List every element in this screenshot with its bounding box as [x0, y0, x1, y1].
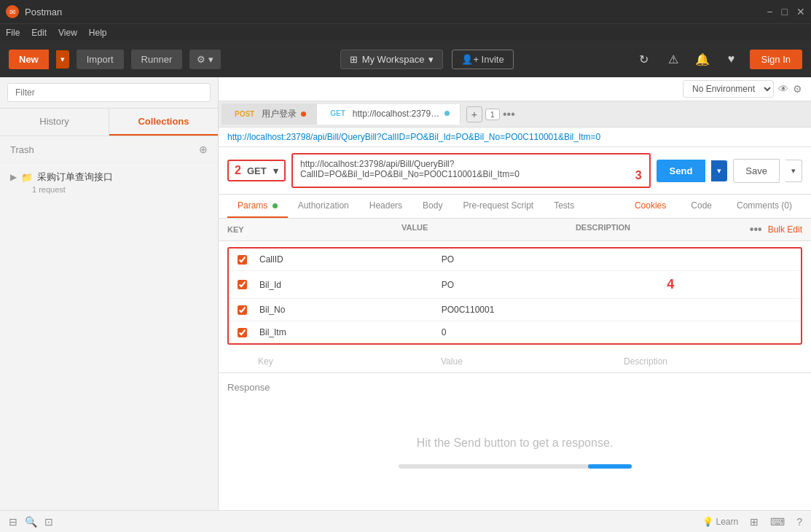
- row4-key[interactable]: Bil_Itm: [255, 321, 437, 343]
- invite-button[interactable]: 👤+ Invite: [452, 50, 513, 69]
- tab-tests[interactable]: Tests: [544, 195, 584, 218]
- sign-in-button[interactable]: Sign In: [750, 50, 802, 69]
- content-area: No Environment 👁 ⚙ POST 用户登录 GET http://…: [219, 77, 811, 510]
- row2-checkbox[interactable]: [238, 280, 247, 289]
- tab-headers[interactable]: Headers: [359, 195, 412, 218]
- method-dropdown-icon: ▾: [273, 165, 278, 176]
- row1-checkbox-cell: [229, 249, 255, 270]
- eye-button[interactable]: 👁: [778, 83, 788, 95]
- menu-help[interactable]: Help: [89, 28, 107, 38]
- environment-selector[interactable]: No Environment: [683, 80, 774, 98]
- new-value-placeholder[interactable]: Value: [436, 351, 619, 372]
- sidebar-tab-collections[interactable]: Collections: [109, 109, 218, 136]
- workspace-dropdown-icon: ▾: [428, 54, 434, 65]
- add-tab-button[interactable]: +: [466, 106, 482, 122]
- search-icon[interactable]: 🔍: [25, 516, 37, 528]
- help-icon[interactable]: ?: [796, 516, 802, 528]
- import-button[interactable]: Import: [77, 50, 124, 69]
- row4-desc[interactable]: [619, 326, 801, 338]
- heart-button[interactable]: ♥: [721, 48, 743, 70]
- collection-label: 采购订单查询接口: [37, 171, 113, 184]
- trash-item[interactable]: Trash ⊕: [0, 136, 218, 163]
- tab-get[interactable]: GET http://localhost:23798/api/Bill/: [317, 104, 461, 125]
- folder-icon: 📁: [21, 172, 33, 183]
- close-button[interactable]: ✕: [796, 6, 805, 17]
- layout-icon[interactable]: ⊟: [9, 516, 17, 528]
- bottom-right: 💡 Learn ⊞ ⌨ ?: [702, 516, 803, 528]
- more-options-icon[interactable]: •••: [750, 223, 762, 236]
- save-button[interactable]: Save: [733, 159, 780, 183]
- console-icon[interactable]: ⊡: [44, 516, 53, 528]
- row4-value[interactable]: 0: [437, 321, 619, 343]
- grid-icon[interactable]: ⊞: [750, 516, 759, 528]
- row3-value[interactable]: PO0C110001: [437, 299, 619, 321]
- sync-button[interactable]: ↻: [633, 48, 655, 70]
- cookies-link[interactable]: Cookies: [624, 195, 676, 218]
- maximize-button[interactable]: □: [782, 6, 788, 17]
- bulk-edit-button[interactable]: Bulk Edit: [768, 224, 802, 235]
- menu-edit[interactable]: Edit: [31, 28, 47, 38]
- response-area: Response Hit the Send button to get a re…: [219, 372, 811, 477]
- menu-file[interactable]: File: [6, 28, 20, 38]
- row1-key[interactable]: CallID: [255, 249, 437, 270]
- method-selector[interactable]: 2 GET ▾: [227, 160, 286, 181]
- tools-button[interactable]: ⚙ ▾: [189, 50, 221, 69]
- new-dropdown-button[interactable]: ▾: [56, 50, 69, 69]
- comments-link[interactable]: Comments (0): [726, 195, 802, 218]
- app-title: Postman: [25, 7, 62, 17]
- send-button[interactable]: Send: [657, 160, 706, 182]
- row2-value[interactable]: PO: [437, 274, 619, 296]
- warning-button[interactable]: ⚠: [662, 48, 684, 70]
- new-key-placeholder[interactable]: Key: [227, 351, 436, 372]
- row1-value[interactable]: PO: [437, 249, 619, 270]
- minimize-button[interactable]: −: [767, 6, 772, 17]
- tab-post[interactable]: POST 用户登录: [222, 103, 317, 125]
- code-link[interactable]: Code: [681, 195, 722, 218]
- row1-checkbox[interactable]: [238, 255, 247, 265]
- tab-label-post: 用户登录: [262, 108, 297, 120]
- params-table-header: KEY VALUE DESCRIPTION ••• Bulk Edit: [219, 219, 811, 241]
- params-num-badge: 4: [667, 277, 674, 292]
- learn-button[interactable]: 💡 Learn: [702, 517, 739, 527]
- row1-desc[interactable]: [619, 254, 801, 265]
- table-row: Bil_Itm 0: [229, 321, 801, 343]
- workspace-selector[interactable]: ⊞ My Workspace ▾: [340, 50, 444, 69]
- runner-button[interactable]: Runner: [131, 50, 183, 69]
- settings-button[interactable]: ⚙: [793, 83, 802, 95]
- tabs-actions: + 1 •••: [461, 106, 521, 122]
- collection-name[interactable]: ▶ 📁 采购订单查询接口: [10, 171, 208, 184]
- url-input[interactable]: http://localhost:23798/api/Bill/QueryBil…: [291, 153, 651, 188]
- tabs-bar: POST 用户登录 GET http://localhost:23798/api…: [219, 101, 811, 128]
- new-param-row: Key Value Description: [219, 351, 811, 372]
- trash-add-icon[interactable]: ⊕: [199, 144, 208, 155]
- row2-key[interactable]: Bil_Id: [255, 274, 437, 296]
- row2-desc[interactable]: 4: [619, 271, 801, 298]
- tab-pre-request[interactable]: Pre-request Script: [452, 195, 544, 218]
- tab-method-post: POST: [232, 109, 257, 119]
- tab-body[interactable]: Body: [412, 195, 452, 218]
- progress-fill: [588, 464, 632, 469]
- new-button[interactable]: New: [9, 50, 49, 69]
- tab-method-get: GET: [327, 109, 348, 118]
- value-header: VALUE: [401, 223, 428, 232]
- tab-params[interactable]: Params: [227, 195, 288, 218]
- notification-button[interactable]: 🔔: [691, 48, 713, 70]
- row3-desc[interactable]: [619, 304, 801, 316]
- sidebar-tab-history[interactable]: History: [0, 109, 109, 136]
- more-tabs-icon[interactable]: •••: [503, 108, 515, 121]
- tab-dot-orange: [301, 112, 306, 117]
- workspace-label: My Workspace: [362, 54, 425, 65]
- keyboard-icon[interactable]: ⌨: [770, 516, 785, 528]
- menu-view[interactable]: View: [58, 28, 77, 38]
- send-dropdown-button[interactable]: ▾: [711, 160, 727, 181]
- new-desc-placeholder[interactable]: Description: [619, 351, 802, 372]
- response-label: Response: [227, 382, 802, 393]
- toolbar: New ▾ Import Runner ⚙ ▾ ⊞ My Workspace ▾…: [0, 41, 811, 77]
- tab-authorization[interactable]: Authorization: [288, 195, 359, 218]
- row3-checkbox[interactable]: [238, 305, 247, 315]
- row3-key[interactable]: Bil_No: [255, 299, 437, 321]
- titlebar: Postman − □ ✕: [0, 0, 811, 23]
- row4-checkbox[interactable]: [238, 328, 247, 337]
- save-dropdown-button[interactable]: ▾: [785, 160, 802, 182]
- filter-input[interactable]: [7, 83, 211, 102]
